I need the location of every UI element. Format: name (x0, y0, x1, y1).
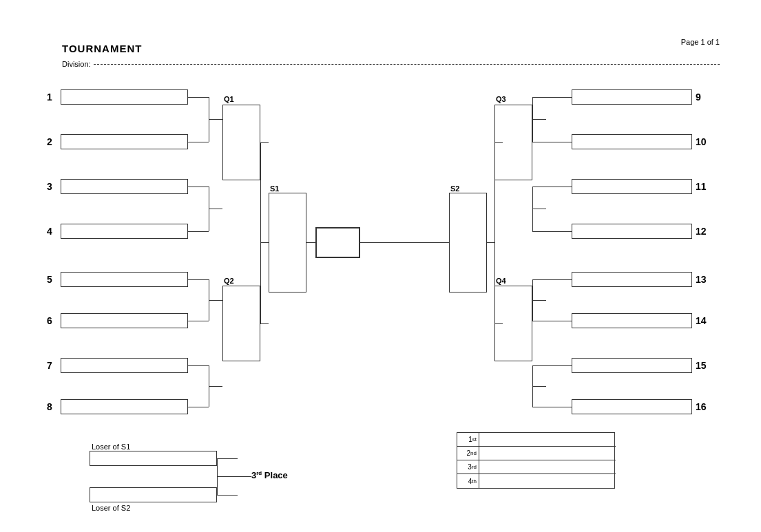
seed-16-label: 16 (696, 401, 707, 412)
page-title: TOURNAMENT (62, 43, 142, 54)
connector-s1-mid (260, 242, 269, 243)
seed-10-box[interactable] (572, 134, 692, 149)
connector-11-q3 (532, 187, 572, 187)
seed-5-label: 5 (47, 274, 52, 285)
seed-11-box[interactable] (572, 179, 692, 194)
connector-q4-mid-top (532, 300, 546, 301)
seed-16-box[interactable] (572, 399, 692, 414)
page-number: Page 1 of 1 (681, 38, 720, 46)
s2-label: S2 (450, 184, 459, 193)
division-underline (94, 64, 720, 65)
seed-7-label: 7 (47, 360, 52, 371)
connector-15-q4 (532, 365, 572, 366)
seed-3-box[interactable] (61, 179, 188, 194)
division-line: Division: (62, 60, 720, 68)
division-label: Division: (62, 60, 91, 68)
q3-label: Q3 (496, 95, 506, 103)
connector-q2-mid-bottom (209, 386, 222, 387)
seed-15-label: 15 (696, 360, 707, 371)
s2-box[interactable] (449, 193, 487, 292)
connector-8-q2 (188, 407, 209, 407)
seed-9-label: 9 (696, 92, 701, 103)
final-box[interactable] (315, 227, 360, 258)
seed-2-label: 2 (47, 136, 52, 147)
placements-table: 1st 2nd 3rd 4th (457, 432, 615, 489)
seed-15-box[interactable] (572, 358, 692, 373)
loser-s2-box[interactable] (90, 487, 217, 502)
connector-q3-mid-top (532, 119, 546, 120)
seed-14-box[interactable] (572, 313, 692, 328)
q1-label: Q1 (224, 95, 234, 103)
connector-q1-mid-bottom (209, 209, 222, 209)
connector-6-q2 (188, 321, 209, 321)
connector-2-q1 (188, 142, 209, 142)
connector-s2-final (360, 242, 449, 243)
connector-9-q3 (532, 97, 572, 98)
connector-q1-s1 (260, 142, 269, 143)
vline-s1 (260, 142, 261, 323)
seed-2-box[interactable] (61, 134, 188, 149)
connector-1-q1 (188, 97, 209, 98)
s1-label: S1 (270, 184, 279, 193)
connector-5-q2 (188, 279, 209, 280)
third-place-label: 3rd Place (251, 470, 288, 480)
seed-13-box[interactable] (572, 272, 692, 287)
seed-12-box[interactable] (572, 224, 692, 239)
seed-10-label: 10 (696, 136, 707, 147)
seed-4-box[interactable] (61, 224, 188, 239)
vline-s2 (494, 142, 495, 323)
connector-14-q4 (532, 321, 572, 321)
loser-s1-box[interactable] (90, 451, 217, 466)
loser-s1-label: Loser of S1 (92, 443, 130, 451)
connector-s2-mid (487, 242, 494, 243)
seed-8-box[interactable] (61, 399, 188, 414)
placement-3rd-label: 3rd (457, 460, 479, 474)
tournament-page: Page 1 of 1 TOURNAMENT Division: 1 2 3 4… (0, 0, 761, 532)
connector-q3-mid-bottom (532, 209, 546, 209)
connector-s1-final (306, 242, 315, 243)
connector-q2-s1 (260, 323, 269, 324)
connector-q1-mid-top (209, 119, 222, 120)
connector-loser1-3rd (217, 458, 238, 459)
connector-3rd-label (217, 476, 251, 477)
connector-loser2-3rd (217, 495, 238, 496)
seed-1-box[interactable] (61, 89, 188, 105)
loser-s2-label: Loser of S2 (92, 504, 130, 512)
seed-12-label: 12 (696, 226, 707, 237)
connector-q3-s2-top (494, 142, 503, 143)
seed-11-label: 11 (696, 181, 707, 192)
placement-2nd-label: 2nd (457, 447, 479, 460)
connector-13-q4 (532, 279, 572, 280)
seed-13-label: 13 (696, 274, 707, 285)
s1-box[interactable] (269, 193, 306, 292)
seed-6-label: 6 (47, 315, 52, 326)
seed-4-label: 4 (47, 226, 52, 237)
seed-14-label: 14 (696, 315, 707, 326)
connector-3-q1 (188, 187, 209, 187)
connector-7-q2 (188, 365, 209, 366)
seed-9-box[interactable] (572, 89, 692, 105)
seed-1-label: 1 (47, 92, 52, 103)
placement-4th-label: 4th (457, 474, 479, 488)
q2-label: Q2 (224, 277, 234, 285)
seed-5-box[interactable] (61, 272, 188, 287)
connector-12-q3 (532, 231, 572, 232)
connector-q2-mid-top (209, 300, 222, 301)
placement-1st-label: 1st (457, 433, 479, 446)
q2-box[interactable] (222, 286, 260, 361)
seed-3-label: 3 (47, 181, 52, 192)
q1-box[interactable] (222, 105, 260, 180)
connector-q4-mid-bottom (532, 386, 546, 387)
connector-10-q3 (532, 142, 572, 142)
connector-4-q1 (188, 231, 209, 232)
connector-16-q4 (532, 407, 572, 407)
connector-q4-s2-bottom (494, 323, 503, 324)
seed-7-box[interactable] (61, 358, 188, 373)
q4-label: Q4 (496, 277, 506, 285)
seed-6-box[interactable] (61, 313, 188, 328)
seed-8-label: 8 (47, 401, 52, 412)
